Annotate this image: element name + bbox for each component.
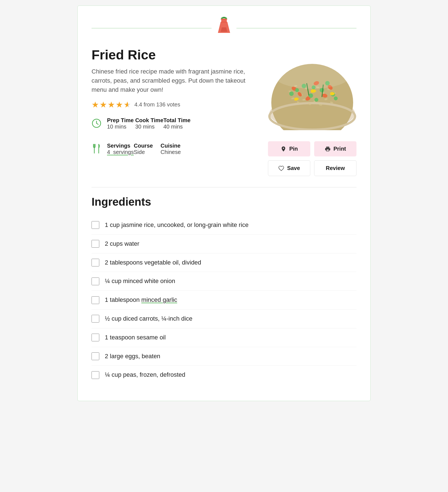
servings-label: Servings <box>107 143 134 149</box>
rating-row: ★ ★ ★ ★ ★ 4.4 from 136 votes <box>92 100 257 109</box>
list-item: ¼ cup minced white onion <box>92 272 356 291</box>
recipe-right-column: Pin Print Save Review <box>268 47 356 176</box>
ingredient-checkbox-7[interactable] <box>92 334 99 341</box>
ingredient-checkbox-5[interactable] <box>92 296 99 304</box>
list-item: 2 cups water <box>92 235 356 253</box>
ingredient-text-3: 2 tablespoons vegetable oil, divided <box>105 258 201 267</box>
list-item: ½ cup diced carrots, ¼-inch dice <box>92 310 356 328</box>
ingredient-checkbox-4[interactable] <box>92 278 99 285</box>
ingredient-checkbox-3[interactable] <box>92 259 99 266</box>
course-value: Side <box>134 149 161 155</box>
rating-text: 4.4 from 136 votes <box>134 101 180 108</box>
list-item: 1 teaspoon sesame oil <box>92 328 356 347</box>
list-item: 1 cup jasmine rice, uncooked, or long-gr… <box>92 216 356 235</box>
recipe-image-svg <box>268 47 356 130</box>
prep-time-label: Prep Time <box>107 117 135 124</box>
star-2[interactable]: ★ <box>100 100 107 109</box>
course-label: Course <box>134 143 161 149</box>
recipe-title: Fried Rice <box>92 47 257 62</box>
heart-icon <box>278 165 284 171</box>
ingredient-checkbox-1[interactable] <box>92 221 99 229</box>
total-time-group: Total Time 40 mins <box>163 117 192 130</box>
print-label: Print <box>334 146 346 152</box>
recipe-image <box>268 47 356 130</box>
time-meta-row: Prep Time 10 mins Cook Time 30 mins Tota… <box>92 117 257 138</box>
svg-line-9 <box>97 123 98 124</box>
fork-knife-icon <box>92 144 101 154</box>
svg-point-48 <box>334 96 338 100</box>
ingredient-checkbox-8[interactable] <box>92 352 99 360</box>
svg-point-52 <box>274 61 351 89</box>
print-button[interactable]: Print <box>314 141 356 156</box>
svg-point-49 <box>314 98 318 102</box>
ingredients-title: Ingredients <box>92 196 356 208</box>
recipe-description: Chinese fried rice recipe made with frag… <box>92 67 257 94</box>
cuisine-value: Chinese <box>160 149 187 155</box>
ingredient-text-5: 1 tablespoon minced garlic <box>105 296 177 304</box>
ingredient-list: 1 cup jasmine rice, uncooked, or long-gr… <box>92 216 356 384</box>
recipe-info: Fried Rice Chinese fried rice recipe mad… <box>92 47 257 176</box>
recipe-page: Fried Rice Chinese fried rice recipe mad… <box>77 6 371 401</box>
star-rating[interactable]: ★ ★ ★ ★ ★ <box>92 100 131 109</box>
pin-icon <box>280 146 286 152</box>
cook-time-label: Cook Time <box>135 117 163 124</box>
cuisine-group: Cuisine Chinese <box>160 143 187 155</box>
ingredient-checkbox-6[interactable] <box>92 315 99 323</box>
cuisine-label: Cuisine <box>160 143 187 149</box>
star-1[interactable]: ★ <box>92 100 99 109</box>
ingredient-text-6: ½ cup diced carrots, ¼-inch dice <box>105 315 192 323</box>
svg-point-44 <box>289 91 294 96</box>
clock-icon <box>92 118 101 128</box>
course-group: Course Side <box>134 143 161 155</box>
star-4[interactable]: ★ <box>116 100 123 109</box>
ingredient-text-1: 1 cup jasmine rice, uncooked, or long-gr… <box>105 221 249 229</box>
cook-time-value: 30 mins <box>135 124 163 130</box>
list-item: 1 tablespoon minced garlic <box>92 291 356 310</box>
svg-marker-3 <box>221 27 227 32</box>
logo-area <box>92 17 356 39</box>
ingredient-text-2: 2 cups water <box>105 240 139 248</box>
recipe-header: Fried Rice Chinese fried rice recipe mad… <box>92 47 356 176</box>
section-divider <box>92 187 356 187</box>
servings-meta-grid: Servings 4 servings Course Side Cuisine … <box>107 143 187 155</box>
ingredient-checkbox-2[interactable] <box>92 240 99 248</box>
recipe-meta-grid: Prep Time 10 mins Cook Time 30 mins Tota… <box>107 117 192 130</box>
print-icon <box>325 146 331 152</box>
pin-button[interactable]: Pin <box>268 141 310 156</box>
svg-point-42 <box>309 93 313 98</box>
list-item: 2 tablespoons vegetable oil, divided <box>92 253 356 272</box>
ingredient-checkbox-9[interactable] <box>92 371 99 379</box>
review-button[interactable]: Review <box>314 160 356 176</box>
servings-group: Servings 4 servings <box>107 143 134 155</box>
ingredient-text-8: 2 large eggs, beaten <box>105 352 160 361</box>
list-item: ¼ cup peas, frozen, defrosted <box>92 366 356 384</box>
ingredient-text-7: 1 teaspoon sesame oil <box>105 333 166 342</box>
review-label: Review <box>326 165 345 171</box>
ingredient-text-9: ¼ cup peas, frozen, defrosted <box>105 371 185 379</box>
ingredient-text-4: ¼ cup minced white onion <box>105 277 175 286</box>
cook-time-group: Cook Time 30 mins <box>135 117 163 130</box>
prep-time-group: Prep Time 10 mins <box>107 117 135 130</box>
ingredients-section: Ingredients 1 cup jasmine rice, uncooked… <box>92 196 356 384</box>
save-button[interactable]: Save <box>268 160 310 176</box>
svg-point-41 <box>320 88 324 92</box>
total-time-value: 40 mins <box>163 124 192 130</box>
servings-meta-row: Servings 4 servings Course Side Cuisine … <box>92 143 257 164</box>
logo-icon <box>213 17 235 39</box>
list-item: 2 large eggs, beaten <box>92 347 356 366</box>
star-3[interactable]: ★ <box>108 100 115 109</box>
minced-garlic-link[interactable]: minced garlic <box>141 296 177 303</box>
servings-value[interactable]: 4 servings <box>107 149 134 155</box>
star-half[interactable]: ★ <box>124 100 131 109</box>
svg-point-47 <box>295 88 299 92</box>
pin-label: Pin <box>289 146 298 152</box>
total-time-label: Total Time <box>163 117 192 124</box>
save-label: Save <box>287 165 300 171</box>
action-buttons: Pin Print Save Review <box>268 141 356 176</box>
prep-time-value: 10 mins <box>107 124 135 130</box>
